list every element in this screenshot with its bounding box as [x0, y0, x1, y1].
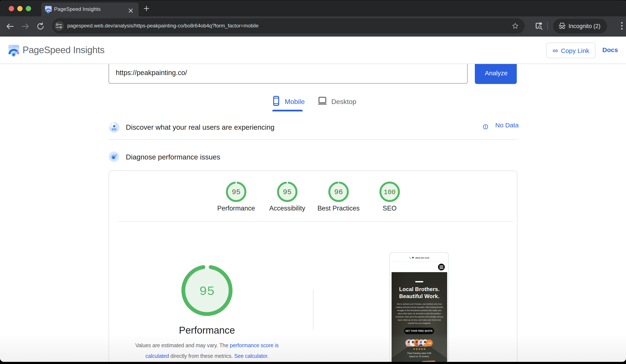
svg-text:96: 96 — [334, 188, 343, 196]
svg-text:95: 95 — [232, 188, 241, 196]
svg-text:100: 100 — [384, 189, 396, 196]
svg-text:95: 95 — [199, 284, 215, 299]
svg-text:+10: +10 — [427, 342, 431, 344]
svg-text:95: 95 — [283, 188, 292, 196]
